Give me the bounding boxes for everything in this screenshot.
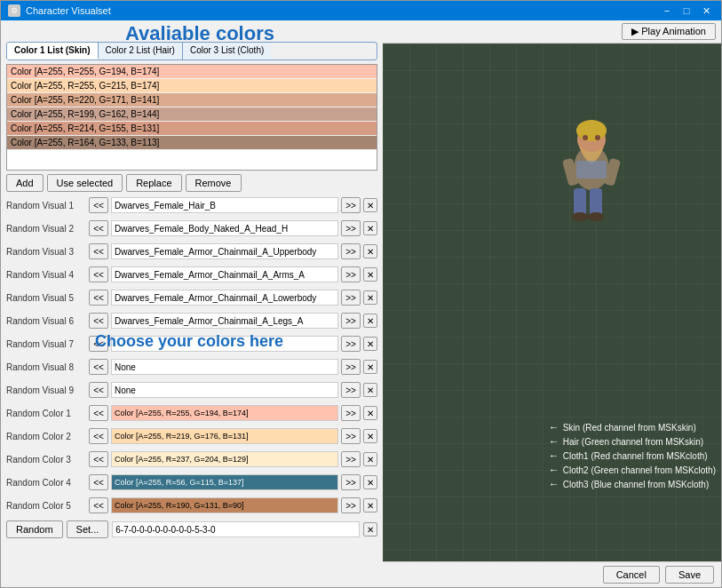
color-list-item[interactable]: Color [A=255, R=164, G=133, B=113] (7, 136, 377, 150)
color-clear-5[interactable]: ✕ (363, 498, 377, 513)
visual-label-3: Random Visual 3 (6, 247, 86, 257)
color-list-item[interactable]: Color [A=255, R=199, G=162, B=144] (7, 107, 377, 122)
color-field-4[interactable]: Color [A=255, R=56, G=115, B=137] (111, 474, 338, 490)
visual-label-5: Random Visual 5 (6, 293, 86, 303)
visual-prev-7[interactable]: << (89, 336, 108, 352)
visual-prev-3[interactable]: << (89, 243, 108, 259)
color-list-item[interactable]: Color [A=255, R=214, G=155, B=131] (7, 122, 377, 136)
color-clear-1[interactable]: ✕ (363, 406, 377, 420)
minimize-button[interactable]: − (659, 4, 675, 17)
color-prev-3[interactable]: << (89, 451, 108, 467)
visual-prev-9[interactable]: << (89, 382, 108, 398)
svg-rect-13 (576, 161, 607, 179)
code-field[interactable]: 6-7-0-0-0-0-0-0-0-0-5-3-0 (112, 521, 360, 537)
cloth2-annotation: ← Cloth2 (Green channel from MSKcloth) (549, 464, 716, 476)
maximize-button[interactable]: □ (678, 4, 694, 17)
visual-name-field-2[interactable] (111, 220, 338, 236)
visual-label-1: Random Visual 1 (6, 201, 86, 211)
random-button[interactable]: Random (6, 520, 63, 538)
visual-next-3[interactable]: >> (341, 243, 361, 259)
visual-label-4: Random Visual 4 (6, 270, 86, 280)
visual-prev-4[interactable]: << (89, 266, 108, 282)
visual-name-field-6[interactable] (111, 313, 338, 329)
visual-next-1[interactable]: >> (341, 197, 361, 213)
visual-next-6[interactable]: >> (341, 313, 361, 329)
color-clear-4[interactable]: ✕ (363, 475, 377, 489)
color-label-4: Random Color 4 (6, 478, 86, 488)
color-clear-3[interactable]: ✕ (363, 452, 377, 466)
visual-next-4[interactable]: >> (341, 266, 361, 282)
right-panel: ▶ Play Animation (383, 20, 721, 587)
window-controls: − □ ✕ (659, 4, 714, 17)
tab-hair[interactable]: Color 2 List (Hair) (99, 43, 183, 60)
visual-label-7: Random Visual 7 (6, 339, 86, 349)
color-list[interactable]: Color [A=255, R=255, G=194, B=174] Color… (6, 64, 377, 171)
visual-clear-8[interactable]: ✕ (363, 360, 377, 374)
visual-label-6: Random Visual 6 (6, 316, 86, 326)
main-content: Avaliable colors Color 1 List (Skin) Col… (1, 20, 721, 587)
color-prev-4[interactable]: << (89, 474, 108, 490)
visual-prev-1[interactable]: << (89, 197, 108, 213)
color-field-2[interactable]: Color [A=255, R=219, G=176, B=131] (111, 428, 338, 444)
set-button[interactable]: Set... (67, 520, 109, 538)
visual-clear-6[interactable]: ✕ (363, 314, 377, 328)
replace-button[interactable]: Replace (126, 174, 181, 192)
code-clear-button[interactable]: ✕ (363, 522, 377, 536)
color-prev-2[interactable]: << (89, 428, 108, 444)
save-button[interactable]: Save (665, 566, 714, 584)
color-list-item[interactable]: Color [A=255, R=220, G=171, B=141] (7, 93, 377, 107)
visual-next-9[interactable]: >> (341, 382, 361, 398)
visual-next-2[interactable]: >> (341, 220, 361, 236)
visual-prev-6[interactable]: << (89, 313, 108, 329)
color-next-5[interactable]: >> (341, 497, 361, 513)
remove-button[interactable]: Remove (186, 174, 242, 192)
visual-next-5[interactable]: >> (341, 290, 361, 306)
color-next-4[interactable]: >> (341, 474, 361, 490)
color-prev-1[interactable]: << (89, 405, 108, 421)
visual-clear-9[interactable]: ✕ (363, 383, 377, 397)
tab-skin[interactable]: Color 1 List (Skin) (7, 43, 99, 60)
viewport: ← Skin (Red channel from MSKskin) ← Hair… (383, 44, 721, 561)
visual-clear-7[interactable]: ✕ (363, 337, 377, 351)
visual-row-4: Random Visual 4 << >> ✕ (6, 265, 377, 284)
visual-name-field-7[interactable] (111, 336, 338, 352)
color-label-2: Random Color 2 (6, 432, 86, 441)
visual-next-8[interactable]: >> (341, 359, 361, 375)
color-prev-5[interactable]: << (89, 497, 108, 513)
tab-cloth[interactable]: Color 3 List (Cloth) (183, 43, 271, 60)
visual-name-field-4[interactable] (111, 266, 338, 282)
visual-row-2: Random Visual 2 << >> ✕ (6, 219, 377, 238)
visual-name-field-5[interactable] (111, 290, 338, 306)
color-field-1[interactable]: Color [A=255, R=255, G=194, B=174] (111, 405, 338, 421)
color-list-item[interactable]: Color [A=255, R=255, G=215, B=174] (7, 79, 377, 93)
color-next-2[interactable]: >> (341, 428, 361, 444)
visual-name-field-9[interactable] (111, 382, 338, 398)
visual-label-9: Random Visual 9 (6, 385, 86, 395)
visual-name-field-8[interactable] (111, 359, 338, 375)
visual-clear-5[interactable]: ✕ (363, 290, 377, 305)
visual-row-6: Random Visual 6 << >> ✕ (6, 311, 377, 330)
color-list-item[interactable]: Color [A=255, R=255, G=194, B=174] (7, 65, 377, 79)
window-title: Character Visualset (26, 5, 111, 16)
color-clear-2[interactable]: ✕ (363, 429, 377, 443)
visual-clear-3[interactable]: ✕ (363, 244, 377, 258)
visual-clear-4[interactable]: ✕ (363, 267, 377, 282)
cancel-button[interactable]: Cancel (603, 566, 660, 584)
visual-name-field-3[interactable] (111, 243, 338, 259)
main-window: ⚙ Character Visualset − □ ✕ Avaliable co… (0, 0, 722, 588)
visual-clear-1[interactable]: ✕ (363, 198, 377, 212)
visual-prev-2[interactable]: << (89, 220, 108, 236)
use-selected-button[interactable]: Use selected (47, 174, 123, 192)
visual-prev-8[interactable]: << (89, 359, 108, 375)
close-button[interactable]: ✕ (698, 4, 714, 17)
color-field-5[interactable]: Color [A=255, R=190, G=131, B=90] (111, 497, 338, 513)
play-animation-button[interactable]: ▶ Play Animation (622, 23, 716, 40)
visual-prev-5[interactable]: << (89, 290, 108, 306)
color-next-3[interactable]: >> (341, 451, 361, 467)
visual-name-field-1[interactable] (111, 197, 338, 213)
visual-next-7[interactable]: >> (341, 336, 361, 352)
color-next-1[interactable]: >> (341, 405, 361, 421)
add-button[interactable]: Add (6, 174, 44, 192)
visual-clear-2[interactable]: ✕ (363, 221, 377, 235)
color-field-3[interactable]: Color [A=255, R=237, G=204, B=129] (111, 451, 338, 467)
